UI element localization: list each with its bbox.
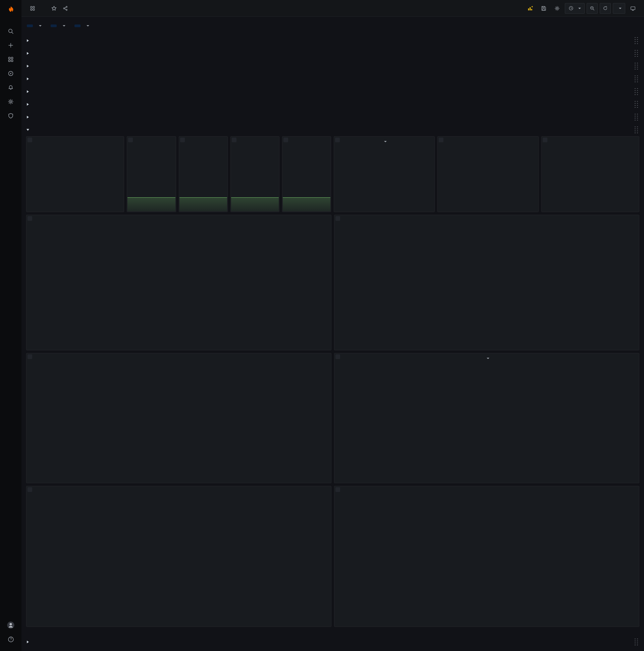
panel-uptime <box>26 136 124 212</box>
row-drag-handle[interactable] <box>634 126 639 134</box>
stats-row <box>26 136 639 212</box>
refresh-button[interactable] <box>600 3 611 14</box>
grafana-logo[interactable] <box>3 3 19 17</box>
dashboards-icon[interactable] <box>3 52 19 66</box>
panel-title[interactable] <box>231 136 279 147</box>
row-drag-handle[interactable] <box>634 49 639 57</box>
refresh-interval-select[interactable] <box>613 3 625 14</box>
user-avatar[interactable] <box>3 618 19 632</box>
panel-title[interactable] <box>27 215 331 225</box>
legend <box>334 623 639 626</box>
row-drag-handle[interactable] <box>634 638 639 646</box>
panel-info-icon[interactable] <box>28 137 32 142</box>
panel-info-icon[interactable] <box>335 137 340 142</box>
panel-title[interactable] <box>334 215 639 225</box>
panel-title[interactable] <box>334 486 639 496</box>
variable-label <box>74 25 80 27</box>
stat-value <box>27 147 124 212</box>
row-drag-handle[interactable] <box>634 37 639 44</box>
variable-label <box>27 25 33 27</box>
add-panel-icon[interactable] <box>524 1 536 16</box>
save-icon[interactable] <box>538 1 549 16</box>
plot-area[interactable] <box>34 227 322 339</box>
admin-shield-icon[interactable] <box>3 109 19 123</box>
row-drag-handle[interactable] <box>634 75 639 83</box>
panel-title[interactable] <box>282 136 331 147</box>
gauge <box>542 147 639 212</box>
explore-compass-icon[interactable] <box>3 66 19 81</box>
chevron-right-icon <box>27 641 29 643</box>
row-dnodes-overview[interactable] <box>26 47 639 60</box>
help-icon[interactable]: ? <box>3 632 19 646</box>
panel-title[interactable] <box>334 136 434 147</box>
panel-title[interactable] <box>179 136 227 147</box>
panel-info-icon[interactable] <box>439 137 443 142</box>
dashboard-settings-icon[interactable] <box>551 1 563 16</box>
x-axis-ticks <box>34 616 322 623</box>
panel-info-icon[interactable] <box>283 137 288 142</box>
panel-title[interactable] <box>334 353 639 364</box>
panel-info-icon[interactable] <box>335 354 340 359</box>
plot-area[interactable] <box>342 498 630 616</box>
search-icon[interactable] <box>3 24 19 38</box>
chevron-right-icon <box>27 52 29 55</box>
panel-info-icon[interactable] <box>28 354 32 359</box>
x-axis-ticks <box>342 616 630 623</box>
chevron-down-icon <box>487 358 489 359</box>
x-axis-ticks <box>342 339 630 347</box>
variable-value-dropdown[interactable] <box>81 24 92 28</box>
row-cluster-status[interactable] <box>26 34 639 47</box>
row-drag-handle[interactable] <box>634 88 639 96</box>
panel-info-icon[interactable] <box>543 137 547 142</box>
star-icon[interactable] <box>49 1 59 16</box>
row-database-log[interactable] <box>26 98 639 111</box>
panel-title[interactable] <box>542 136 639 147</box>
panel-info-icon[interactable] <box>335 487 340 492</box>
legend <box>27 479 331 483</box>
variable-value-dropdown[interactable] <box>57 24 68 28</box>
tv-mode-icon[interactable] <box>627 1 639 16</box>
variables-bar <box>26 19 639 34</box>
row-dnode-usage[interactable] <box>26 123 639 136</box>
variable-value-dropdown[interactable] <box>34 24 44 28</box>
panel-title[interactable] <box>27 353 331 364</box>
row-database-demo[interactable] <box>26 85 639 98</box>
configuration-gear-icon[interactable] <box>3 95 19 109</box>
alerting-bell-icon[interactable] <box>3 81 19 95</box>
plot-area[interactable] <box>342 227 630 339</box>
plot-area[interactable] <box>34 498 322 616</box>
row-drag-handle[interactable] <box>634 62 639 70</box>
stat-value <box>282 147 331 197</box>
row-requests[interactable] <box>26 72 639 85</box>
y-axis-label <box>336 498 342 623</box>
time-range-picker[interactable] <box>565 3 585 14</box>
panel-info-icon[interactable] <box>335 216 340 221</box>
create-plus-icon[interactable] <box>3 38 19 52</box>
plot-area[interactable] <box>34 366 322 472</box>
panel-title[interactable] <box>27 486 331 496</box>
panel-title[interactable] <box>438 136 538 147</box>
row-mnodes-overview[interactable] <box>26 60 639 72</box>
panel-title[interactable] <box>27 136 124 147</box>
panel-title[interactable] <box>127 136 175 147</box>
share-icon[interactable] <box>60 1 70 16</box>
row-drag-handle[interactable] <box>634 113 639 121</box>
panel-info-icon[interactable] <box>28 216 32 221</box>
row-database-test[interactable] <box>26 111 639 123</box>
zoom-out-button[interactable] <box>587 3 598 14</box>
row-login-history[interactable] <box>26 636 639 648</box>
panel-info-icon[interactable] <box>232 137 236 142</box>
row-drag-handle[interactable] <box>634 100 639 108</box>
right-axis-label <box>630 227 636 347</box>
panel-info-icon[interactable] <box>180 137 185 142</box>
charts-row-2 <box>26 353 639 483</box>
panel-info-icon[interactable] <box>28 487 32 492</box>
dashboard-grid-icon[interactable] <box>27 1 38 16</box>
right-axis-label <box>630 498 636 623</box>
chevron-down-icon <box>27 129 29 131</box>
plot-area[interactable] <box>342 366 630 472</box>
panel-info-icon[interactable] <box>128 137 133 142</box>
chevron-right-icon <box>27 78 29 80</box>
dashboard-content <box>22 17 644 651</box>
right-axis-label <box>322 366 328 479</box>
